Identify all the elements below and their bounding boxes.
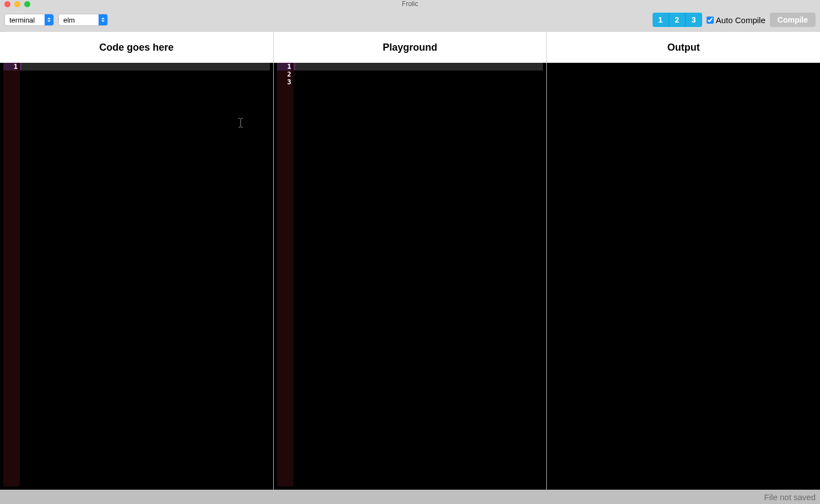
line-number: 1: [3, 63, 18, 71]
auto-compile-checkbox[interactable]: [707, 17, 714, 24]
pane-header-playground: Playground: [274, 32, 547, 63]
layout-button-group: 1 2 3: [653, 13, 702, 27]
toolbar-left: terminal elm: [4, 14, 108, 26]
window-maximize-button[interactable]: [24, 1, 30, 7]
terminal-select[interactable]: terminal: [4, 14, 54, 26]
toolbar-right: 1 2 3 Auto Compile Compile: [653, 13, 816, 27]
playground-editor[interactable]: 1 2 3: [274, 63, 547, 490]
titlebar: Frolic: [0, 0, 820, 8]
layout-button-3[interactable]: 3: [686, 13, 702, 27]
language-select-wrap: elm: [58, 14, 108, 26]
language-select[interactable]: elm: [58, 14, 108, 26]
window-close-button[interactable]: [4, 1, 10, 7]
line-number: 3: [277, 78, 291, 86]
toolbar: terminal elm 1 2 3 Auto Compile Compile: [0, 8, 820, 32]
panes-body: 1 1 2 3: [0, 63, 820, 490]
playground-gutter: 1 2 3: [277, 63, 294, 486]
status-bar: File not saved: [0, 490, 820, 504]
app-title: Frolic: [402, 0, 418, 8]
code-pane: 1: [0, 63, 274, 490]
panes-header: Code goes here Playground Output: [0, 32, 820, 63]
traffic-lights: [4, 1, 30, 7]
line-number: 2: [277, 71, 291, 78]
playground-text-area[interactable]: [294, 63, 544, 486]
code-gutter: 1: [3, 63, 20, 486]
line-number: 1: [277, 63, 291, 71]
active-line-highlight: [294, 63, 544, 71]
terminal-select-wrap: terminal: [4, 14, 54, 26]
layout-button-2[interactable]: 2: [669, 13, 686, 27]
active-line-highlight: [20, 63, 270, 71]
compile-button[interactable]: Compile: [770, 13, 816, 27]
code-editor[interactable]: 1: [0, 63, 273, 490]
status-text: File not saved: [764, 492, 816, 502]
playground-pane: 1 2 3: [274, 63, 547, 490]
code-text-area[interactable]: [20, 63, 270, 486]
window-minimize-button[interactable]: [14, 1, 20, 7]
layout-button-1[interactable]: 1: [653, 13, 669, 27]
auto-compile-label: Auto Compile: [716, 15, 765, 25]
pane-header-output: Output: [547, 32, 820, 63]
text-cursor-icon: [237, 118, 244, 131]
auto-compile-checkbox-wrap[interactable]: Auto Compile: [707, 15, 765, 25]
pane-header-code: Code goes here: [0, 32, 274, 63]
output-pane: [547, 63, 820, 490]
